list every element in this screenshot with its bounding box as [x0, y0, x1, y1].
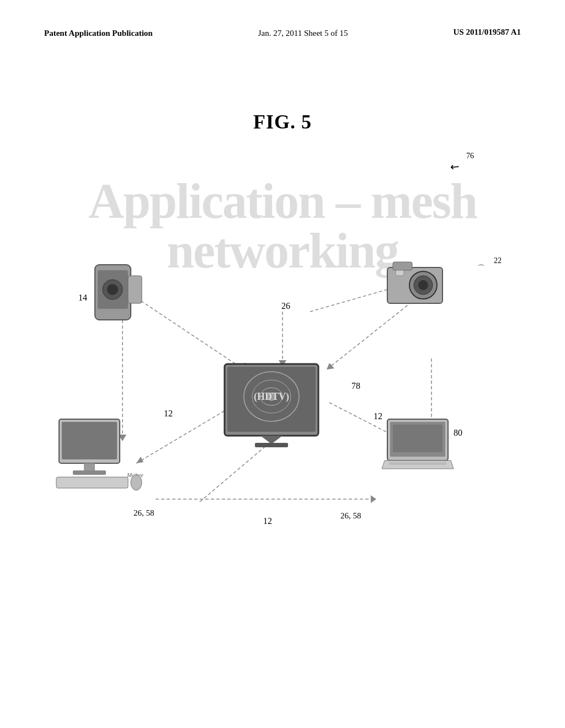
- svg-rect-43: [56, 477, 128, 488]
- header-center: Jan. 27, 2011 Sheet 5 of 15: [258, 28, 348, 39]
- svg-rect-40: [62, 422, 117, 459]
- svg-line-2: [136, 403, 238, 463]
- ref-76-label: 76: [466, 152, 474, 160]
- svg-point-58: [418, 280, 428, 290]
- ref-22-arrow: ⌒: [477, 264, 485, 274]
- svg-rect-55: [393, 262, 412, 270]
- svg-text:80: 80: [454, 428, 462, 437]
- svg-line-5: [327, 295, 420, 370]
- svg-point-44: [131, 475, 142, 490]
- fig-title-text: FIG. 5: [253, 111, 312, 133]
- svg-rect-59: [396, 270, 404, 276]
- header: Patent Application Publication Jan. 27, …: [0, 28, 565, 39]
- ref-22-label: 22: [494, 256, 502, 265]
- svg-marker-12: [371, 495, 376, 503]
- svg-rect-53: [255, 443, 288, 447]
- svg-text:26: 26: [281, 301, 290, 311]
- publication-label: Patent Application Publication: [44, 29, 153, 38]
- svg-text:26, 58: 26, 58: [134, 508, 154, 517]
- header-left: Patent Application Publication: [44, 28, 153, 39]
- date-sheet-label: Jan. 27, 2011 Sheet 5 of 15: [258, 29, 348, 38]
- svg-marker-52: [260, 436, 282, 444]
- svg-rect-63: [389, 462, 446, 465]
- svg-line-15: [310, 290, 387, 312]
- svg-text:12: 12: [164, 409, 173, 418]
- patent-number-label: US 2011/019587 A1: [453, 28, 521, 36]
- diagram-svg: 14 18 12 12 12 26 78 80 26, 58 26, 58 26…: [33, 149, 532, 579]
- svg-rect-41: [84, 463, 95, 472]
- svg-point-37: [107, 284, 118, 295]
- fig-title: FIG. 5: [0, 110, 565, 133]
- header-right: US 2011/019587 A1: [453, 28, 521, 37]
- svg-rect-42: [73, 470, 106, 475]
- svg-rect-62: [393, 425, 443, 452]
- svg-text:12: 12: [263, 516, 272, 526]
- svg-text:(HDTV): (HDTV): [254, 391, 289, 403]
- svg-rect-38: [128, 276, 142, 303]
- svg-text:26, 58: 26, 58: [340, 511, 361, 520]
- svg-line-4: [200, 441, 271, 502]
- page-container: Patent Application Publication Jan. 27, …: [0, 0, 565, 728]
- diagram-area: Application – mesh networking 76 ↙ 22 ⌒: [33, 149, 532, 579]
- svg-text:78: 78: [351, 381, 360, 390]
- svg-text:12: 12: [374, 411, 382, 421]
- svg-text:14: 14: [78, 293, 87, 302]
- svg-line-0: [136, 298, 244, 370]
